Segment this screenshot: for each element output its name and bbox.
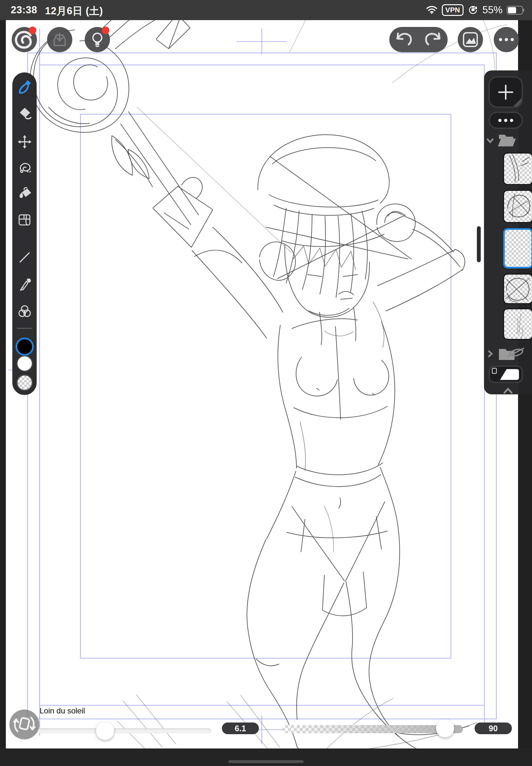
home-indicator[interactable] bbox=[228, 760, 304, 763]
status-date: 12月6日 (土) bbox=[45, 4, 103, 18]
canvas-drawing-area[interactable] bbox=[0, 0, 532, 766]
lasso-icon bbox=[17, 160, 32, 175]
tool-lasso[interactable] bbox=[17, 160, 32, 175]
undo-icon bbox=[389, 27, 418, 52]
opacity-value: 90 bbox=[475, 723, 512, 734]
battery-icon bbox=[507, 6, 523, 15]
tool-eraser[interactable] bbox=[17, 106, 32, 121]
wifi-icon bbox=[426, 5, 438, 15]
tool-eyedropper[interactable] bbox=[17, 276, 32, 291]
layer-group-closed-row[interactable] bbox=[486, 346, 530, 362]
redo-button[interactable] bbox=[418, 27, 448, 52]
chevron-right-icon bbox=[486, 349, 494, 358]
vpn-badge: VPN bbox=[442, 4, 464, 16]
export-button[interactable] bbox=[47, 27, 72, 52]
redo-icon bbox=[418, 27, 448, 52]
folder-draw-disabled-icon bbox=[496, 346, 525, 362]
layer-thumbnail-3-selected[interactable] bbox=[503, 228, 532, 268]
layer-thumbnail-5[interactable] bbox=[503, 308, 532, 340]
brush-icon bbox=[17, 79, 32, 94]
layer-group-open-row[interactable] bbox=[486, 132, 530, 149]
chevron-up-icon bbox=[502, 387, 514, 395]
tips-button[interactable] bbox=[85, 27, 110, 52]
reset-rotation-button[interactable] bbox=[9, 710, 39, 739]
foreground-color-swatch[interactable] bbox=[16, 337, 34, 356]
transparent-color-swatch[interactable] bbox=[17, 374, 33, 391]
app-notification-badge bbox=[29, 27, 36, 34]
material-button[interactable] bbox=[489, 365, 523, 383]
brush-size-slider[interactable] bbox=[29, 728, 211, 733]
status-bar: 23:38 12月6日 (土) VPN 55% bbox=[0, 0, 532, 20]
fill-bucket-icon bbox=[17, 186, 32, 201]
folder-open-icon bbox=[497, 133, 517, 148]
layer-thumbnail-4[interactable] bbox=[503, 273, 532, 304]
tool-fill-bucket[interactable] bbox=[17, 186, 32, 201]
photo-icon bbox=[458, 27, 483, 52]
ellipsis-icon bbox=[498, 119, 513, 122]
layer-thumbnail-1[interactable] bbox=[503, 152, 532, 185]
move-icon bbox=[17, 134, 32, 149]
rotation-lock-icon bbox=[468, 4, 478, 16]
eyedropper-icon bbox=[17, 276, 32, 291]
app-screen: 23:38 12月6日 (土) VPN 55% bbox=[0, 0, 532, 766]
paper-shape-icon bbox=[490, 365, 522, 383]
opacity-slider-knob[interactable] bbox=[436, 719, 454, 737]
rotate-canvas-icon bbox=[9, 710, 39, 739]
export-icon bbox=[47, 27, 72, 52]
toolbar-divider bbox=[17, 328, 32, 329]
tool-brush[interactable] bbox=[17, 79, 32, 94]
insert-image-button[interactable] bbox=[458, 27, 483, 52]
tool-color-blend[interactable] bbox=[17, 304, 32, 319]
ellipsis-icon bbox=[499, 38, 514, 41]
status-time: 23:38 bbox=[11, 4, 37, 18]
add-layer-button[interactable] bbox=[489, 76, 523, 108]
tool-palette bbox=[12, 72, 37, 395]
document-title: Loin du soleil bbox=[40, 706, 85, 715]
collapse-panel-row[interactable] bbox=[486, 383, 530, 399]
more-options-button[interactable] bbox=[494, 27, 519, 52]
chevron-down-icon bbox=[486, 136, 494, 145]
line-icon bbox=[17, 250, 32, 265]
canvas-paper[interactable] bbox=[6, 20, 518, 748]
system-bottom-strip bbox=[0, 748, 532, 766]
battery-percent: 55% bbox=[482, 4, 502, 16]
canvas-scrollbar[interactable] bbox=[477, 226, 481, 262]
tips-notification-badge bbox=[102, 27, 109, 34]
brush-size-slider-knob[interactable] bbox=[96, 722, 114, 740]
eraser-icon bbox=[17, 106, 32, 121]
layer-menu-button[interactable] bbox=[489, 112, 523, 129]
layer-thumbnail-2[interactable] bbox=[503, 190, 532, 223]
undo-button[interactable] bbox=[389, 27, 418, 52]
app-menu-button[interactable] bbox=[12, 27, 37, 52]
background-color-swatch[interactable] bbox=[17, 355, 33, 371]
tool-move[interactable] bbox=[17, 134, 32, 149]
brush-size-value: 6.1 bbox=[222, 723, 259, 734]
tool-line[interactable] bbox=[17, 250, 32, 265]
tool-panel-divide[interactable] bbox=[17, 212, 32, 227]
layers-panel bbox=[484, 70, 532, 395]
panel-divide-icon bbox=[17, 212, 32, 227]
color-blend-icon bbox=[17, 304, 32, 319]
undo-redo-group bbox=[389, 27, 448, 52]
